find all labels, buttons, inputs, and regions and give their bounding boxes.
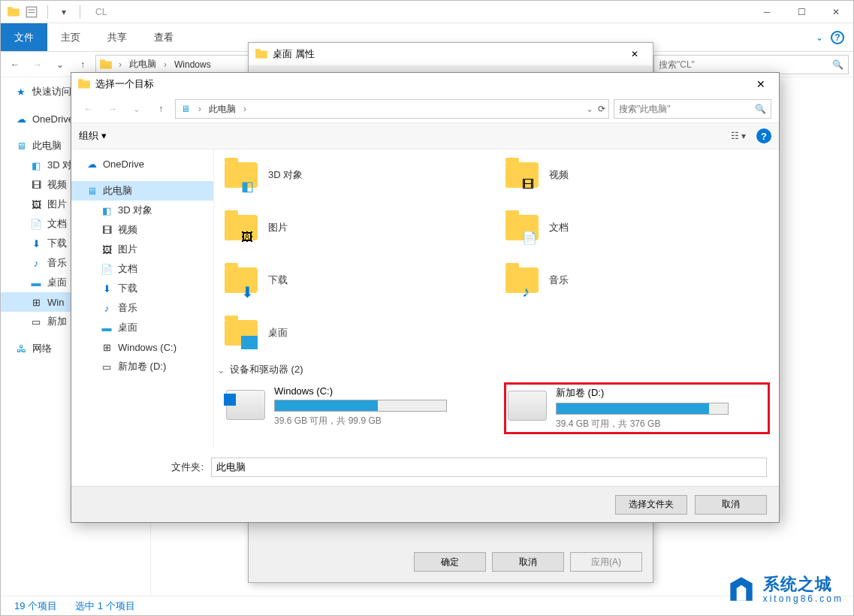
tree-label: 文档 — [47, 217, 67, 231]
search-icon[interactable]: 🔍 — [755, 104, 766, 114]
folder-input[interactable] — [211, 457, 767, 477]
ok-button[interactable]: 确定 — [414, 552, 486, 572]
select-folder-row: 文件夹: — [71, 448, 779, 486]
drive-d[interactable]: 新加卷 (D:) 39.4 GB 可用，共 376 GB — [504, 382, 770, 434]
tree-item-music[interactable]: ♪音乐 — [71, 298, 213, 318]
folder-label: 图片 — [268, 221, 288, 234]
chevron-down-icon[interactable]: ▾ — [57, 5, 71, 19]
recent-chevron-icon[interactable]: ⌄ — [127, 99, 146, 119]
tree-item-videos[interactable]: 🎞视频 — [71, 220, 213, 240]
close-button[interactable]: ✕ — [819, 1, 853, 23]
drive-bar — [274, 400, 447, 412]
drive-c[interactable]: Windows (C:) 39.6 GB 可用，共 99.9 GB — [223, 382, 489, 434]
folder-documents[interactable]: 📄 文档 — [504, 205, 770, 250]
download-icon: ⬇ — [29, 237, 43, 250]
breadcrumb-separator — [195, 104, 204, 114]
video-icon: 🎞 — [100, 223, 113, 237]
status-count: 19 个项目 — [14, 599, 57, 613]
tree-label: 图片 — [118, 243, 137, 256]
recent-chevron-icon[interactable]: ⌄ — [50, 55, 70, 74]
drive-icon — [226, 390, 265, 420]
search-input[interactable] — [659, 59, 832, 70]
tree-item-documents[interactable]: 📄文档 — [71, 259, 213, 279]
forward-button[interactable]: → — [28, 55, 47, 74]
select-search-box[interactable]: 🔍 — [614, 99, 771, 119]
folder-desktop[interactable]: 桌面 — [223, 310, 489, 355]
tree-label: 桌面 — [47, 276, 67, 289]
tree-item-desktop[interactable]: ▬桌面 — [71, 318, 213, 337]
tree-label: 图片 — [47, 198, 67, 211]
picture-icon: 🖼 — [100, 243, 113, 256]
ribbon-tab-home[interactable]: 主页 — [47, 23, 94, 51]
folder-icon: 🖼 — [223, 210, 259, 246]
refresh-icon[interactable]: ⟳ — [598, 104, 605, 114]
drive-icon: ▭ — [100, 360, 113, 373]
up-button[interactable]: ↑ — [73, 55, 92, 74]
chevron-down-icon[interactable]: ⌄ — [586, 104, 593, 114]
tree-item-3d[interactable]: ◧3D 对象 — [71, 201, 213, 220]
drive-icon: ⊞ — [29, 295, 43, 309]
ribbon-tab-file[interactable]: 文件 — [1, 23, 47, 51]
search-box[interactable]: 🔍 — [653, 55, 849, 74]
music-icon: ♪ — [522, 283, 539, 297]
ribbon-tab-share[interactable]: 共享 — [94, 23, 140, 51]
tree-item-newvol-d[interactable]: ▭新加卷 (D:) — [71, 357, 213, 376]
music-icon: ♪ — [100, 301, 113, 315]
select-search-input[interactable] — [619, 104, 750, 114]
folder-downloads[interactable]: ⬇ 下载 — [223, 258, 489, 303]
properties-icon[interactable] — [25, 5, 38, 19]
tree-label: 音乐 — [47, 256, 67, 270]
search-icon[interactable]: 🔍 — [832, 59, 843, 70]
folder-icon: ⬇ — [223, 262, 259, 298]
help-icon[interactable]: ? — [831, 31, 844, 44]
folder-music[interactable]: ♪ 音乐 — [504, 258, 770, 303]
maximize-button[interactable]: ☐ — [784, 1, 819, 23]
minimize-button[interactable]: ─ — [750, 1, 784, 23]
tree-item-pictures[interactable]: 🖼图片 — [71, 240, 213, 259]
cancel-button[interactable]: 取消 — [695, 495, 767, 515]
music-icon: ♪ — [29, 256, 43, 270]
tree-item-windows-c[interactable]: ⊞Windows (C:) — [71, 337, 213, 357]
tree-label: 新加卷 (D:) — [118, 360, 166, 373]
section-drives[interactable]: ⌄ 设备和驱动器 (2) — [217, 363, 770, 376]
folder-icon — [99, 58, 113, 71]
tree-label: 3D 对象 — [118, 204, 152, 217]
tree-label: 新加 — [47, 315, 67, 328]
select-tree: ☁OneDrive 🖥此电脑 ◧3D 对象 🎞视频 🖼图片 📄文档 ⬇下载 ♪音… — [71, 149, 214, 448]
svg-rect-3 — [29, 9, 35, 10]
forward-button[interactable]: → — [103, 99, 122, 119]
chevron-down-icon[interactable]: ⌄ — [816, 32, 823, 43]
breadcrumb-windows[interactable]: Windows — [173, 59, 213, 70]
tree-label: 下载 — [47, 237, 67, 250]
select-file-list: ◧ 3D 对象 🎞 视频 🖼 图片 📄 文档 ⬇ 下载 — [214, 149, 779, 448]
properties-buttons: 确定 取消 应用(A) — [414, 552, 642, 572]
breadcrumb-pc[interactable]: 此电脑 — [207, 103, 237, 116]
view-options-icon[interactable]: ☷ ▾ — [731, 131, 746, 141]
folder-pictures[interactable]: 🖼 图片 — [223, 205, 489, 250]
svg-rect-9 — [78, 81, 90, 89]
svg-rect-5 — [100, 61, 112, 68]
close-icon[interactable]: ✕ — [623, 49, 647, 59]
apply-button[interactable]: 应用(A) — [570, 552, 642, 572]
organize-button[interactable]: 组织 ▾ — [79, 129, 107, 143]
ribbon-tab-view[interactable]: 查看 — [140, 23, 187, 51]
help-icon[interactable]: ? — [756, 128, 771, 143]
folder-field-label: 文件夹: — [83, 460, 204, 474]
folder-icon: 📄 — [504, 210, 540, 246]
select-address-box[interactable]: 🖥 此电脑 ⌄ ⟳ — [175, 99, 609, 119]
tree-item-onedrive[interactable]: ☁OneDrive — [71, 154, 213, 174]
breadcrumb-pc[interactable]: 此电脑 — [128, 58, 158, 71]
select-folder-button[interactable]: 选择文件夹 — [615, 495, 687, 515]
back-button[interactable]: ← — [79, 99, 98, 119]
download-icon: ⬇ — [241, 283, 258, 297]
up-button[interactable]: ↑ — [151, 99, 170, 119]
cancel-button[interactable]: 取消 — [492, 552, 564, 572]
tree-item-this-pc[interactable]: 🖥此电脑 — [71, 181, 213, 201]
close-button[interactable]: ✕ — [749, 73, 773, 95]
back-button[interactable]: ← — [5, 55, 25, 74]
tree-item-downloads[interactable]: ⬇下载 — [71, 279, 213, 298]
select-titlebar: 选择一个目标 ✕ — [71, 73, 779, 95]
breadcrumb-separator — [116, 59, 125, 70]
folder-3d[interactable]: ◧ 3D 对象 — [223, 152, 489, 198]
folder-videos[interactable]: 🎞 视频 — [504, 152, 770, 198]
